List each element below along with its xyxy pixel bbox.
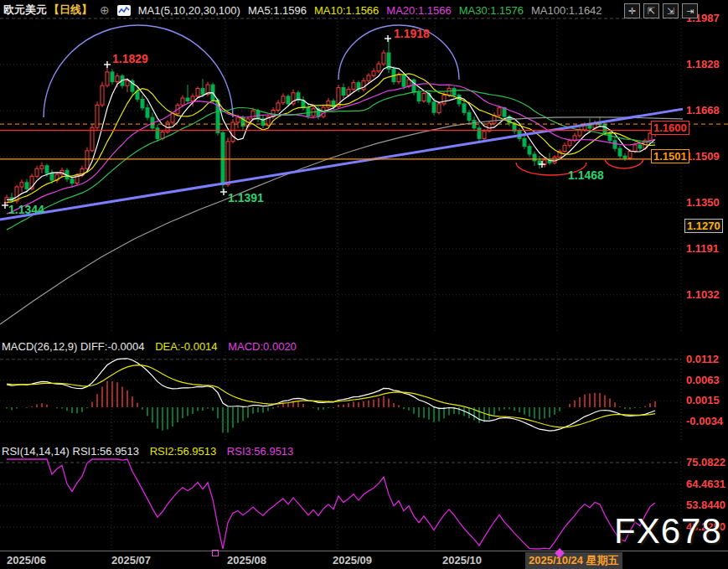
ma5-value: MA5:1.1596 xyxy=(248,4,307,17)
candle-body xyxy=(171,114,174,122)
candle-body xyxy=(613,141,617,148)
rsi2-value: RSI2:56.9513 xyxy=(150,445,217,458)
rsi-title[interactable]: RSI(14,14,14) RSI1:56.9513 xyxy=(2,445,139,458)
candle-body xyxy=(327,101,330,107)
time-axis-label: 2025/07 xyxy=(111,554,151,566)
macd-hist-value: MACD:0.0020 xyxy=(228,340,297,353)
candle-body xyxy=(397,75,400,81)
time-axis-label: 2025/06 xyxy=(7,554,46,566)
ma100-line xyxy=(0,117,683,324)
price-axis-label: 1.1668 xyxy=(686,104,720,116)
candle-body xyxy=(563,146,566,152)
ma10-value: MA10:1.1566 xyxy=(314,4,379,17)
trading-app: 欧元美元 【日线】 ⊕ MA1(5,10,20,30,100) MA5:1.15… xyxy=(0,0,728,569)
candle-body xyxy=(432,102,436,112)
candle-body xyxy=(588,126,591,129)
drawing-anchor-square[interactable] xyxy=(212,550,219,556)
time-axis-label: 2025/10 xyxy=(442,554,482,566)
macd-header: MACD(26,12,9) DIFF:-0.0004 DEA:-0.0014 M… xyxy=(2,340,304,353)
macd-title[interactable]: MACD(26,12,9) DIFF:-0.0004 xyxy=(2,340,145,353)
candle-body xyxy=(623,156,627,158)
zoom-axis-out-icon[interactable]: ⇲ xyxy=(663,3,679,18)
candle-body xyxy=(70,179,74,184)
ma30-value: MA30:1.1576 xyxy=(459,4,524,17)
rsi-line xyxy=(7,459,655,549)
price-alert-upper-label[interactable]: 1.1600 xyxy=(651,121,689,135)
candle-body xyxy=(196,89,199,96)
ma-settings-label[interactable]: MA1(5,10,20,30,100) xyxy=(138,4,240,17)
macd-diff-line xyxy=(7,359,655,431)
ma20-value: MA20:1.1566 xyxy=(386,4,451,17)
macd-dea-line xyxy=(7,365,655,427)
candle-body xyxy=(372,71,375,75)
scroll-latest-icon[interactable]: ⇥ xyxy=(682,3,698,18)
rsi-axis-label: 64.4631 xyxy=(686,478,725,490)
candle-body xyxy=(437,104,441,112)
candle-body xyxy=(126,80,129,85)
crosshair-date-label: 2025/10/24 星期五 xyxy=(525,552,622,569)
zoom-axis-in-icon[interactable]: ⇱ xyxy=(643,3,659,18)
chart-type-icon[interactable] xyxy=(117,5,131,16)
candle-body xyxy=(422,94,426,101)
macd-axis-label: 0.0015 xyxy=(686,394,720,406)
candle-body xyxy=(276,103,280,111)
candle-body xyxy=(256,111,260,119)
drawn-arc[interactable] xyxy=(605,158,643,168)
rsi-axis-label: 75.0822 xyxy=(686,456,725,468)
candle-body xyxy=(40,166,44,169)
candle-body xyxy=(568,141,571,146)
candle-body xyxy=(307,108,310,116)
candle-body xyxy=(638,145,642,148)
candle-body xyxy=(25,183,28,189)
candle-body xyxy=(106,72,109,85)
candle-body xyxy=(417,92,421,101)
chart-annotation: 1.1829 xyxy=(112,52,148,65)
candle-body xyxy=(352,83,355,90)
candle-body xyxy=(116,76,119,82)
candle-body xyxy=(287,96,290,104)
price-alert-lower-label[interactable]: 1.1501 xyxy=(651,149,689,163)
candle-body xyxy=(533,154,536,161)
candle-body xyxy=(156,128,159,138)
candle-body xyxy=(186,98,189,101)
ma100-value: MA100:1.1642 xyxy=(531,4,602,17)
chart-annotation: 1.1468 xyxy=(568,168,604,182)
chart-annotation: 1.1391 xyxy=(228,191,264,204)
macd-axis-label: 0.0063 xyxy=(686,374,720,386)
price-axis-label: 1.1032 xyxy=(686,288,720,301)
candle-body xyxy=(191,96,194,101)
symbol-name: 欧元美元 xyxy=(3,3,47,18)
price-axis-label: 1.1828 xyxy=(686,58,720,70)
candle-body xyxy=(35,168,39,176)
candle-body xyxy=(181,98,184,105)
candle-body xyxy=(478,128,481,138)
candle-body xyxy=(101,85,104,105)
rsi3-value: RSI3:56.9513 xyxy=(227,445,294,458)
time-axis-label: 2025/09 xyxy=(333,554,372,566)
chart-annotation: 1.1344 xyxy=(8,203,44,216)
candle-body xyxy=(503,108,506,116)
expand-icon[interactable]: ⊕ xyxy=(100,3,110,17)
pan-move-icon[interactable]: ✛ xyxy=(624,3,640,18)
candle-body xyxy=(377,64,380,71)
rsi-header: RSI(14,14,14) RSI1:56.9513 RSI2:56.9513 … xyxy=(2,445,301,458)
candle-body xyxy=(236,117,240,122)
chart-canvas[interactable] xyxy=(0,0,728,569)
price-axis-label: 1.1191 xyxy=(686,242,719,255)
candle-body xyxy=(146,108,149,117)
price-axis-label: 1.1509 xyxy=(686,150,720,163)
candle-body xyxy=(45,166,49,173)
drawn-arc[interactable] xyxy=(44,25,233,117)
candle-body xyxy=(251,111,255,119)
period-label[interactable]: 【日线】 xyxy=(49,3,92,18)
candle-body xyxy=(483,131,486,138)
candle-body xyxy=(498,108,501,116)
candle-body xyxy=(367,75,370,80)
candle-body xyxy=(553,157,556,163)
candle-body xyxy=(447,89,451,96)
candle-body xyxy=(50,173,54,180)
candle-body xyxy=(281,96,285,103)
rsi-axis-label: 53.8440 xyxy=(686,499,725,511)
candle-body xyxy=(452,89,456,96)
macd-axis-label: -0.0034 xyxy=(686,415,723,427)
